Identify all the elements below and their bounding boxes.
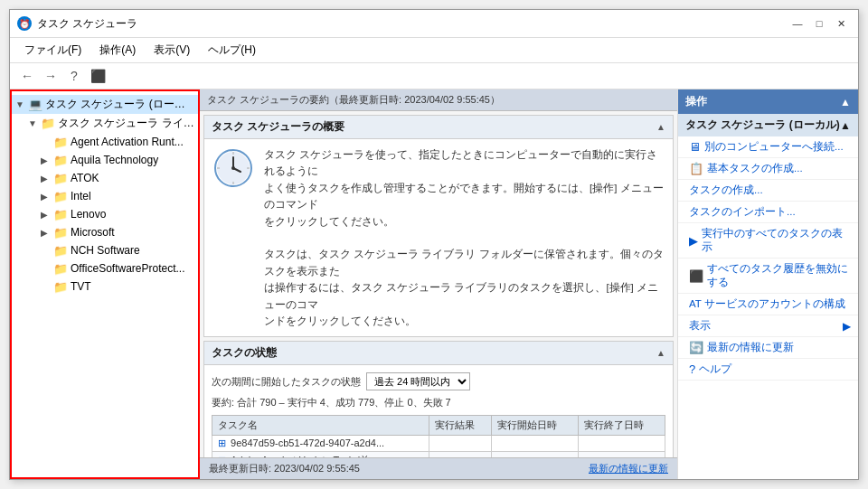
actions-section-arrow: ▲	[840, 119, 851, 132]
properties-button[interactable]: ⬛	[88, 66, 108, 86]
sidebar-item-library[interactable]: ▼ 📁 タスク スケジューラ ライブラリ	[12, 114, 198, 133]
sidebar-item-tvt[interactable]: 📁 TVT	[12, 277, 198, 296]
actions-collapse-icon[interactable]: ▲	[840, 96, 851, 108]
action-item-3[interactable]: タスクのインポート...	[678, 202, 858, 223]
expand-icon-atok: ▶	[41, 174, 53, 183]
overview-description: タスク スケジューラを使って、指定したときにコンピューターで自動的に実行されるよ…	[264, 146, 665, 329]
menu-bar: ファイル(F) 操作(A) 表示(V) ヘルプ(H)	[10, 38, 858, 63]
expand-icon-lenovo: ▶	[41, 210, 53, 220]
folder-icon-intel: 📁	[53, 189, 68, 203]
menu-action[interactable]: 操作(A)	[92, 40, 143, 61]
main-window: ⏰ タスク スケジューラ — □ ✕ ファイル(F) 操作(A) 表示(V) ヘ…	[9, 9, 859, 480]
actions-list: 🖥別のコンピューターへ接続...📋基本タスクの作成...タスクの作成...タスク…	[678, 136, 858, 381]
overview-title: タスク スケジューラの概要	[212, 119, 344, 135]
sidebar-item-agent[interactable]: 📁 Agent Activation Runt...	[12, 133, 198, 151]
table-row[interactable]: ⊞ 9e847d59-cb51-472d-9407-a2d4...	[212, 436, 665, 452]
refresh-button[interactable]: 最新の情報に更新	[589, 462, 668, 475]
sidebar: ▼ 💻 タスク スケジューラ (ローカル) ▼ 📁 タスク スケジューラ ライブ…	[10, 89, 200, 479]
maximize-button[interactable]: □	[809, 15, 829, 32]
action-icon-8: 🔄	[689, 341, 703, 354]
sidebar-item-aquila[interactable]: ▶ 📁 Aquila Technology	[12, 151, 198, 169]
sidebar-agent-label: Agent Activation Runt...	[71, 136, 184, 148]
col-result: 実行結果	[429, 416, 491, 436]
folder-icon-library: 📁	[41, 117, 55, 131]
sidebar-library-label: タスク スケジューラ ライブラリ	[58, 116, 194, 131]
sidebar-microsoft-label: Microsoft	[71, 226, 115, 239]
sidebar-item-office[interactable]: 📁 OfficeSoftwareProtect...	[12, 259, 198, 277]
status-summary: 要約: 合計 790 – 実行中 4、成功 779、停止 0、失敗 7	[212, 396, 665, 409]
overview-section: タスク スケジューラの概要 ▲	[203, 115, 674, 337]
action-icon-1: 📋	[689, 162, 703, 175]
forward-button[interactable]: →	[41, 66, 61, 86]
folder-icon-lenovo: 📁	[53, 207, 68, 221]
folder-icon-nch: 📁	[53, 243, 68, 258]
action-item-7[interactable]: 表示 ▶	[678, 315, 858, 337]
overview-collapse-icon[interactable]: ▲	[656, 122, 665, 132]
status-body: 次の期間に開始したタスクの状態 過去 24 時間以内 過去 1 時間以内 過去 …	[204, 365, 673, 457]
window-controls: — □ ✕	[788, 15, 851, 32]
actions-title: 操作	[685, 94, 707, 109]
folder-icon-tvt: 📁	[53, 279, 68, 294]
sidebar-root-label: タスク スケジューラ (ローカル)	[45, 97, 194, 112]
actions-section-title: タスク スケジューラ (ローカル) ▲	[678, 114, 858, 136]
action-icon-9: ?	[689, 362, 695, 376]
action-item-5[interactable]: ⬛すべてのタスク履歴を無効にする	[678, 259, 858, 294]
close-button[interactable]: ✕	[831, 15, 851, 32]
back-button[interactable]: ←	[17, 66, 37, 86]
action-label-5: すべてのタスク履歴を無効にする	[707, 262, 851, 289]
action-item-0[interactable]: 🖥別のコンピューターへ接続...	[678, 136, 858, 158]
status-period-label: 次の期間に開始したタスクの状態	[212, 375, 361, 389]
svg-point-4	[231, 166, 235, 170]
status-period-row: 次の期間に開始したタスクの状態 過去 24 時間以内 過去 1 時間以内 過去 …	[212, 372, 665, 390]
action-item-6[interactable]: AT サービスのアカウントの構成	[678, 294, 858, 315]
menu-file[interactable]: ファイル(F)	[17, 40, 89, 61]
action-item-4[interactable]: ▶実行中のすべてのタスクの表示	[678, 223, 858, 259]
sidebar-office-label: OfficeSoftwareProtect...	[71, 262, 185, 275]
sidebar-atok-label: ATOK	[71, 172, 99, 184]
expand-icon-library: ▼	[28, 118, 41, 128]
actions-header: 操作 ▲	[678, 89, 858, 114]
action-label-7: 表示	[689, 319, 711, 333]
menu-help[interactable]: ヘルプ(H)	[201, 40, 263, 61]
overview-body: タスク スケジューラを使って、指定したときにコンピューターで自動的に実行されるよ…	[204, 139, 673, 336]
window-title: タスク スケジューラ	[37, 16, 137, 32]
status-section: タスクの状態 ▲ 次の期間に開始したタスクの状態 過去 24 時間以内 過去 1…	[203, 341, 674, 457]
sidebar-item-intel[interactable]: ▶ 📁 Intel	[12, 187, 198, 205]
expand-icon-aquila: ▶	[41, 155, 53, 165]
sidebar-item-nch[interactable]: 📁 NCH Software	[12, 241, 198, 259]
menu-view[interactable]: 表示(V)	[146, 40, 197, 61]
center-header: タスク スケジューラの要約（最終更新日時: 2023/04/02 9:55:45…	[200, 89, 677, 111]
sidebar-item-lenovo[interactable]: ▶ 📁 Lenovo	[12, 205, 198, 223]
status-table: タスク名 実行結果 実行開始日時 実行終了日時 ⊞ 9e847d59-cb51-…	[212, 415, 665, 457]
folder-icon-microsoft: 📁	[53, 225, 68, 240]
title-bar: ⏰ タスク スケジューラ — □ ✕	[10, 10, 858, 38]
sidebar-lenovo-label: Lenovo	[71, 208, 106, 221]
action-label-9: ヘルプ	[699, 362, 731, 376]
minimize-button[interactable]: —	[788, 15, 807, 32]
sidebar-item-microsoft[interactable]: ▶ 📁 Microsoft	[12, 223, 198, 241]
action-icon-4: ▶	[689, 234, 698, 248]
action-icon-0: 🖥	[689, 140, 701, 154]
action-icon-5: ⬛	[689, 269, 703, 283]
sidebar-tvt-label: TVT	[71, 280, 91, 293]
status-collapse-icon[interactable]: ▲	[656, 348, 665, 358]
action-label-4: 実行中のすべてのタスクの表示	[702, 227, 851, 254]
status-period-select[interactable]: 過去 24 時間以内 過去 1 時間以内 過去 7 日以内 過去 30 日以内	[366, 372, 470, 390]
center-footer: 最終更新日時: 2023/04/02 9:55:45 最新の情報に更新	[200, 457, 677, 479]
action-item-8[interactable]: 🔄最新の情報に更新	[678, 337, 858, 359]
action-item-2[interactable]: タスクの作成...	[678, 180, 858, 202]
right-panel: 操作 ▲ タスク スケジューラ (ローカル) ▲ 🖥別のコンピューターへ接続..…	[677, 89, 858, 479]
expand-icon-intel: ▶	[41, 192, 53, 202]
sidebar-item-atok[interactable]: ▶ 📁 ATOK	[12, 169, 198, 187]
folder-icon-agent: 📁	[53, 135, 68, 149]
sidebar-item-root[interactable]: ▼ 💻 タスク スケジューラ (ローカル)	[12, 95, 198, 114]
action-label-6: AT サービスのアカウントの構成	[689, 297, 845, 311]
center-content: タスク スケジューラの概要 ▲	[200, 111, 677, 457]
col-starttime: 実行開始日時	[491, 416, 578, 436]
help-button[interactable]: ?	[64, 66, 84, 86]
folder-icon-office: 📁	[53, 261, 68, 276]
col-endtime: 実行終了日時	[578, 416, 665, 436]
overview-section-header: タスク スケジューラの概要 ▲	[204, 116, 673, 139]
action-item-1[interactable]: 📋基本タスクの作成...	[678, 158, 858, 180]
action-item-9[interactable]: ?ヘルプ	[678, 359, 858, 381]
